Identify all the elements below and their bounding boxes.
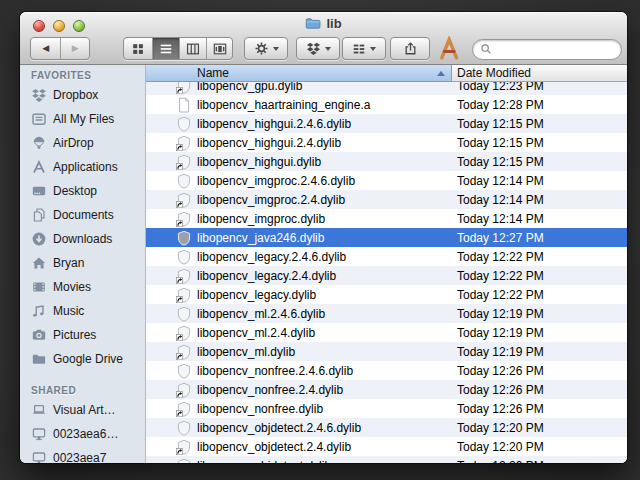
window-title: lib: [326, 16, 341, 31]
file-name-cell: libopencv_highgui.2.4.dylib: [146, 135, 452, 151]
table-row[interactable]: libopencv_legacy.2.4.6.dylibToday 12:22 …: [146, 247, 627, 266]
column-header-name[interactable]: Name: [146, 65, 452, 82]
table-row[interactable]: libopencv_legacy.2.4.dylibToday 12:22 PM: [146, 266, 627, 285]
chevron-down-icon: [370, 47, 376, 51]
dropbox-menu-button[interactable]: [296, 37, 340, 60]
file-name-cell: libopencv_ml.dylib: [146, 344, 452, 360]
file-name-cell: libopencv_objdetect.2.4.dylib: [146, 439, 452, 455]
dylib-alias-icon: [176, 268, 192, 284]
sidebar-item-airdrop[interactable]: AirDrop: [20, 131, 145, 155]
chevron-down-icon: [273, 47, 279, 51]
table-row[interactable]: libopencv_objdetect.2.4.dylibToday 12:20…: [146, 437, 627, 456]
table-row[interactable]: libopencv_imgproc.dylibToday 12:14 PM: [146, 209, 627, 228]
xcode-app-icon[interactable]: [435, 36, 463, 63]
table-row[interactable]: libopencv_imgproc.2.4.dylibToday 12:14 P…: [146, 190, 627, 209]
all-my-files-icon: [31, 111, 47, 127]
date-modified-cell: Today 12:20 PM: [452, 459, 544, 464]
sidebar-item-downloads[interactable]: Downloads: [20, 227, 145, 251]
file-name: libopencv_imgproc.2.4.6.dylib: [197, 174, 355, 188]
date-modified-cell: Today 12:22 PM: [452, 269, 544, 283]
file-name: libopencv_nonfree.dylib: [197, 402, 323, 416]
table-row[interactable]: libopencv_objdetect.2.4.6.dylibToday 12:…: [146, 418, 627, 437]
sidebar: FAVORITESDropboxAll My FilesAirDropAppli…: [20, 65, 146, 463]
sidebar-item-visual-art[interactable]: Visual Art…: [20, 398, 145, 422]
column-header-date-modified[interactable]: Date Modified: [452, 65, 627, 82]
dropbox-icon: [31, 87, 47, 103]
sidebar-item-label: Documents: [53, 208, 114, 222]
sidebar-item-movies[interactable]: Movies: [20, 275, 145, 299]
date-modified-cell: Today 12:27 PM: [452, 231, 544, 245]
table-row[interactable]: libopencv_highgui.2.4.6.dylibToday 12:15…: [146, 114, 627, 133]
date-modified-cell: Today 12:14 PM: [452, 174, 544, 188]
file-name-cell: libopencv_nonfree.2.4.dylib: [146, 382, 452, 398]
sidebar-item-music[interactable]: Music: [20, 299, 145, 323]
table-row[interactable]: libopencv_ml.2.4.dylibToday 12:19 PM: [146, 323, 627, 342]
back-button[interactable]: ◀: [31, 38, 60, 59]
dylib-alias-icon: [176, 458, 192, 464]
sidebar-item-label: Google Drive: [53, 352, 123, 366]
sidebar-item-label: Visual Art…: [53, 403, 115, 417]
table-row[interactable]: libopencv_gpu.dylibToday 12:23 PM: [146, 82, 627, 95]
display-icon: [31, 450, 47, 463]
sidebar-item-0023aea6[interactable]: 0023aea6…: [20, 422, 145, 446]
sidebar-item-google-drive[interactable]: Google Drive: [20, 347, 145, 371]
sidebar-item-desktop[interactable]: Desktop: [20, 179, 145, 203]
date-modified-cell: Today 12:23 PM: [452, 82, 544, 93]
xcode-a-icon: [437, 36, 461, 64]
sidebar-item-pictures[interactable]: Pictures: [20, 323, 145, 347]
sidebar-item-label: All My Files: [53, 112, 114, 126]
view-columns-button[interactable]: [179, 38, 206, 59]
nav-buttons: ◀ ▶: [30, 37, 90, 60]
file-name-cell: libopencv_objdetect.dylib: [146, 458, 452, 464]
archive-icon: [176, 97, 192, 113]
rows-viewport[interactable]: libopencv_gpu.dylibToday 12:23 PMlibopen…: [146, 82, 627, 463]
folder-icon: [305, 15, 321, 31]
date-modified-cell: Today 12:19 PM: [452, 345, 544, 359]
date-modified-cell: Today 12:20 PM: [452, 421, 544, 435]
file-name-cell: libopencv_highgui.dylib: [146, 154, 452, 170]
sidebar-item-applications[interactable]: Applications: [20, 155, 145, 179]
documents-icon: [31, 207, 47, 223]
sort-ascending-icon: [437, 71, 445, 76]
sidebar-item-documents[interactable]: Documents: [20, 203, 145, 227]
table-row[interactable]: libopencv_haartraining_engine.aToday 12:…: [146, 95, 627, 114]
table-row[interactable]: libopencv_nonfree.dylibToday 12:26 PM: [146, 399, 627, 418]
arrange-menu-button[interactable]: [342, 37, 386, 60]
sidebar-item-all-my-files[interactable]: All My Files: [20, 107, 145, 131]
view-coverflow-button[interactable]: [206, 38, 232, 59]
share-button[interactable]: [390, 37, 430, 60]
date-modified-cell: Today 12:26 PM: [452, 383, 544, 397]
dropbox-icon: [306, 41, 321, 56]
view-list-button[interactable]: [152, 38, 179, 59]
view-icons-button[interactable]: [124, 38, 152, 59]
sidebar-item-label: Applications: [53, 160, 118, 174]
forward-button[interactable]: ▶: [60, 38, 89, 59]
date-modified-cell: Today 12:15 PM: [452, 136, 544, 150]
table-row[interactable]: libopencv_ml.dylibToday 12:19 PM: [146, 342, 627, 361]
pictures-icon: [31, 327, 47, 343]
search-input[interactable]: [497, 43, 614, 57]
table-row[interactable]: libopencv_nonfree.2.4.6.dylibToday 12:26…: [146, 361, 627, 380]
table-row[interactable]: libopencv_ml.2.4.6.dylibToday 12:19 PM: [146, 304, 627, 323]
action-menu-button[interactable]: [244, 37, 288, 60]
music-icon: [31, 303, 47, 319]
table-row[interactable]: libopencv_legacy.dylibToday 12:22 PM: [146, 285, 627, 304]
laptop-icon: [31, 402, 47, 418]
date-modified-cell: Today 12:26 PM: [452, 402, 544, 416]
back-icon: ◀: [42, 44, 49, 53]
table-row[interactable]: libopencv_objdetect.dylibToday 12:20 PM: [146, 456, 627, 463]
sidebar-item-bryan[interactable]: Bryan: [20, 251, 145, 275]
file-rows: libopencv_gpu.dylibToday 12:23 PMlibopen…: [146, 82, 627, 463]
table-row[interactable]: libopencv_java246.dylibToday 12:27 PM: [146, 228, 627, 247]
table-row[interactable]: libopencv_highgui.dylibToday 12:15 PM: [146, 152, 627, 171]
file-name-cell: libopencv_nonfree.2.4.6.dylib: [146, 363, 452, 379]
sidebar-item-label: Pictures: [53, 328, 96, 342]
table-row[interactable]: libopencv_imgproc.2.4.6.dylibToday 12:14…: [146, 171, 627, 190]
sidebar-item-dropbox[interactable]: Dropbox: [20, 83, 145, 107]
table-row[interactable]: libopencv_nonfree.2.4.dylibToday 12:26 P…: [146, 380, 627, 399]
file-name: libopencv_imgproc.2.4.dylib: [197, 193, 345, 207]
sidebar-item-0023aea7[interactable]: 0023aea7: [20, 446, 145, 463]
table-row[interactable]: libopencv_highgui.2.4.dylibToday 12:15 P…: [146, 133, 627, 152]
file-list: Name Date Modified libopencv_gpu.dylibTo…: [146, 65, 627, 463]
date-modified-cell: Today 12:14 PM: [452, 212, 544, 226]
